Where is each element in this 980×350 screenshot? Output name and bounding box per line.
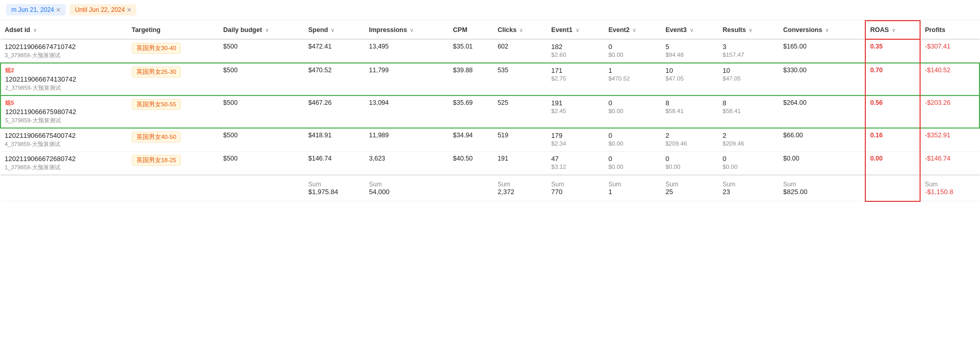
adset-id: 1202119066674130742 <box>5 75 123 83</box>
cell-results: 2$209.46 <box>719 128 779 152</box>
footer-clicks-label: Sum <box>497 181 543 188</box>
col-header-roas[interactable]: ROAS ∨ <box>865 21 920 39</box>
footer-event2-label: Sum <box>609 181 658 188</box>
adset-id: 1202119066672680742 <box>5 155 123 163</box>
cell-clicks: 602 <box>493 39 547 63</box>
event3-count: 8 <box>665 99 714 107</box>
results-count: 2 <box>723 132 775 139</box>
header-row: Adset id ∨ Targeting Daily budget ∨ Spen… <box>1 21 979 39</box>
footer-conversions: Sum$825.00 <box>779 175 865 201</box>
targeting-badge: 英国男女18-25 <box>132 155 181 166</box>
col-header-adset-id[interactable]: Adset id ∨ <box>1 21 128 39</box>
table-row: 12021190666754007424_379859-大预算测试英国男女40-… <box>1 128 979 152</box>
cell-profits: -$352.91 <box>920 128 979 152</box>
adset-name: 1_379859-大预算测试 <box>5 164 123 171</box>
cell-daily-budget: $500 <box>219 63 304 96</box>
col-header-conversions[interactable]: Conversions ∨ <box>779 21 865 39</box>
date-tag-start[interactable]: m Jun 21, 2024 × <box>6 4 66 15</box>
daily-budget-value: $500 <box>223 43 238 50</box>
cell-daily-budget: $500 <box>219 128 304 152</box>
cell-conversions: $165.00 <box>779 39 865 63</box>
sort-icon-impressions: ∨ <box>410 27 413 33</box>
date-tag-end-label: Until Jun 22, 2024 <box>75 6 125 13</box>
cell-conversions: $66.00 <box>779 128 865 152</box>
col-header-daily-budget[interactable]: Daily budget ∨ <box>219 21 304 39</box>
adset-name: 4_379859-大预算测试 <box>5 140 123 148</box>
cell-targeting: 英国男女50-55 <box>128 96 219 128</box>
col-header-event1[interactable]: Event1 ∨ <box>547 21 604 39</box>
footer-impressions-label: Sum <box>369 181 445 188</box>
footer-impressions-value: 54,000 <box>369 188 445 196</box>
cell-cpm: $39.88 <box>449 63 493 96</box>
col-header-event3[interactable]: Event3 ∨ <box>661 21 719 39</box>
clicks-value: 535 <box>497 67 508 74</box>
event1-cost: $2.34 <box>551 140 600 147</box>
spend-value: $470.52 <box>308 67 332 74</box>
cell-impressions: 11,989 <box>365 128 449 152</box>
cell-roas: 0.00 <box>865 152 920 176</box>
footer-roas <box>865 175 920 201</box>
profits-value: -$352.91 <box>925 132 950 139</box>
cell-adset-id: 12021190666747107423_379859-大预算测试 <box>1 39 128 63</box>
footer-event2-value: 1 <box>609 188 658 196</box>
date-tag-start-close[interactable]: × <box>56 6 60 14</box>
cell-results: 8$58.41 <box>719 96 779 128</box>
spend-value: $467.26 <box>308 99 332 106</box>
cell-event3: 8$58.41 <box>661 96 719 128</box>
targeting-badge: 英国男女50-55 <box>132 99 181 110</box>
cell-conversions: $264.00 <box>779 96 865 128</box>
spend-value: $146.74 <box>308 155 332 162</box>
adset-name: 2_379859-大预算测试 <box>5 84 123 92</box>
col-header-spend[interactable]: Spend ∨ <box>304 21 365 39</box>
col-header-impressions[interactable]: Impressions ∨ <box>365 21 449 39</box>
col-header-profits: Profits <box>920 21 979 39</box>
sort-icon-daily-budget: ∨ <box>265 27 269 33</box>
roas-value: 0.16 <box>870 132 882 139</box>
daily-budget-value: $500 <box>223 155 238 162</box>
targeting-badge: 英国男女30-40 <box>132 43 181 54</box>
col-header-clicks[interactable]: Clicks ∨ <box>493 21 547 39</box>
cell-event2: 1$470.52 <box>604 63 662 96</box>
event1-cost: $3.12 <box>551 164 600 170</box>
cell-adset-id: 组512021190666759807425_379859-大预算测试 <box>1 96 128 128</box>
event2-count: 0 <box>609 43 658 51</box>
footer-event1-label: Sum <box>551 181 600 188</box>
cpm-value: $35.01 <box>453 43 473 50</box>
date-tag-end-close[interactable]: × <box>127 6 131 14</box>
roas-value: 0.56 <box>870 99 882 106</box>
footer-spend-value: $1,975.84 <box>308 188 361 196</box>
table-body: 12021190666747107423_379859-大预算测试英国男女30-… <box>1 39 979 175</box>
event3-count: 2 <box>665 132 714 139</box>
cell-event1: 171$2.75 <box>547 63 604 96</box>
date-tag-end[interactable]: Until Jun 22, 2024 × <box>70 4 136 15</box>
results-count: 3 <box>723 43 775 51</box>
footer-event1-value: 770 <box>551 188 600 196</box>
col-header-results[interactable]: Results ∨ <box>719 21 779 39</box>
impressions-value: 13,094 <box>369 99 388 106</box>
footer-event1: Sum770 <box>547 175 604 201</box>
footer-spend-label: Sum <box>308 181 361 188</box>
cell-event3: 0$0.00 <box>661 152 719 176</box>
top-bar: m Jun 21, 2024 × Until Jun 22, 2024 × <box>0 0 980 20</box>
date-tag-start-label: m Jun 21, 2024 <box>11 6 54 13</box>
footer-conversions-label: Sum <box>783 181 861 188</box>
footer-clicks-value: 2,372 <box>497 188 543 196</box>
footer-spend: Sum$1,975.84 <box>304 175 365 201</box>
cell-roas: 0.16 <box>865 128 920 152</box>
event3-cost: $209.46 <box>665 140 714 147</box>
adset-name: 5_379859-大预算测试 <box>5 117 123 124</box>
sort-icon-adset-id: ∨ <box>33 27 37 33</box>
cell-clicks: 191 <box>493 152 547 176</box>
conversions-value: $66.00 <box>783 132 803 139</box>
cell-event1: 47$3.12 <box>547 152 604 176</box>
col-header-event2[interactable]: Event2 ∨ <box>604 21 662 39</box>
footer-targeting <box>128 175 219 201</box>
cell-spend: $470.52 <box>304 63 365 96</box>
results-cost: $0.00 <box>723 164 775 170</box>
cell-roas: 0.35 <box>865 39 920 63</box>
clicks-value: 602 <box>497 43 508 50</box>
cell-results: 3$157.47 <box>719 39 779 63</box>
group-label: 组2 <box>5 67 123 74</box>
sort-icon-results: ∨ <box>749 27 752 33</box>
cell-targeting: 英国男女30-40 <box>128 39 219 63</box>
